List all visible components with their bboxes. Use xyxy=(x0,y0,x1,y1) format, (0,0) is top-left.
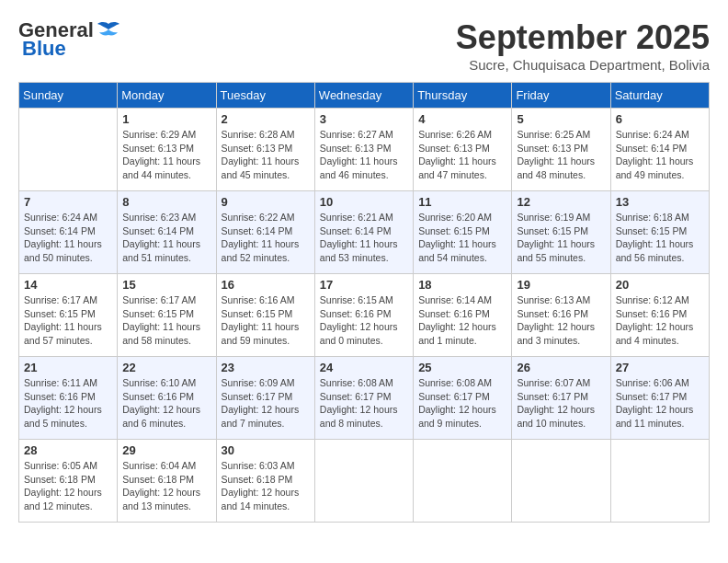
calendar-cell: 5Sunrise: 6:25 AM Sunset: 6:13 PM Daylig… xyxy=(512,109,610,191)
day-info: Sunrise: 6:10 AM Sunset: 6:16 PM Dayligh… xyxy=(122,376,210,431)
calendar-cell: 28Sunrise: 6:05 AM Sunset: 6:18 PM Dayli… xyxy=(19,440,118,523)
day-number: 7 xyxy=(24,195,112,209)
calendar-cell: 13Sunrise: 6:18 AM Sunset: 6:15 PM Dayli… xyxy=(610,191,709,274)
day-number: 8 xyxy=(122,195,210,209)
day-info: Sunrise: 6:04 AM Sunset: 6:18 PM Dayligh… xyxy=(122,459,210,513)
day-number: 28 xyxy=(24,443,112,457)
calendar-cell: 19Sunrise: 6:13 AM Sunset: 6:16 PM Dayli… xyxy=(512,274,610,357)
calendar-cell: 6Sunrise: 6:24 AM Sunset: 6:14 PM Daylig… xyxy=(610,109,709,191)
calendar-cell: 4Sunrise: 6:26 AM Sunset: 6:13 PM Daylig… xyxy=(414,109,512,191)
day-number: 9 xyxy=(222,195,310,209)
calendar-cell: 15Sunrise: 6:17 AM Sunset: 6:15 PM Dayli… xyxy=(118,274,216,357)
day-info: Sunrise: 6:23 AM Sunset: 6:14 PM Dayligh… xyxy=(122,211,210,265)
day-number: 13 xyxy=(616,195,704,209)
calendar-cell: 12Sunrise: 6:19 AM Sunset: 6:15 PM Dayli… xyxy=(512,191,610,274)
day-info: Sunrise: 6:08 AM Sunset: 6:17 PM Dayligh… xyxy=(418,376,506,431)
day-number: 22 xyxy=(122,361,210,374)
calendar-cell: 29Sunrise: 6:04 AM Sunset: 6:18 PM Dayli… xyxy=(118,440,216,523)
day-info: Sunrise: 6:13 AM Sunset: 6:16 PM Dayligh… xyxy=(517,293,605,348)
day-number: 11 xyxy=(418,195,506,209)
calendar-cell xyxy=(19,109,118,191)
day-number: 15 xyxy=(122,278,210,292)
logo-blue-text: Blue xyxy=(22,37,66,61)
title-area: September 2025 Sucre, Chuquisaca Departm… xyxy=(456,18,710,73)
day-info: Sunrise: 6:17 AM Sunset: 6:15 PM Dayligh… xyxy=(24,293,112,348)
day-info: Sunrise: 6:08 AM Sunset: 6:17 PM Dayligh… xyxy=(320,376,408,431)
calendar-cell: 20Sunrise: 6:12 AM Sunset: 6:16 PM Dayli… xyxy=(610,274,709,357)
calendar-cell: 23Sunrise: 6:09 AM Sunset: 6:17 PM Dayli… xyxy=(216,357,314,440)
month-title: September 2025 xyxy=(456,18,710,57)
day-number: 16 xyxy=(222,278,310,292)
day-number: 4 xyxy=(418,112,506,126)
weekday-header-monday: Monday xyxy=(118,83,216,109)
day-info: Sunrise: 6:21 AM Sunset: 6:14 PM Dayligh… xyxy=(320,211,408,265)
calendar-cell xyxy=(610,440,709,523)
day-number: 14 xyxy=(24,278,112,292)
calendar-cell: 10Sunrise: 6:21 AM Sunset: 6:14 PM Dayli… xyxy=(314,191,413,274)
calendar-week-row: 21Sunrise: 6:11 AM Sunset: 6:16 PM Dayli… xyxy=(19,357,710,440)
calendar-cell: 27Sunrise: 6:06 AM Sunset: 6:17 PM Dayli… xyxy=(610,357,709,440)
day-info: Sunrise: 6:17 AM Sunset: 6:15 PM Dayligh… xyxy=(122,293,210,348)
day-number: 1 xyxy=(122,112,210,126)
day-number: 20 xyxy=(616,278,704,292)
calendar-cell: 7Sunrise: 6:24 AM Sunset: 6:14 PM Daylig… xyxy=(19,191,118,274)
calendar-week-row: 1Sunrise: 6:29 AM Sunset: 6:13 PM Daylig… xyxy=(19,109,710,191)
day-number: 21 xyxy=(24,361,112,374)
calendar-header-row: SundayMondayTuesdayWednesdayThursdayFrid… xyxy=(19,83,710,109)
weekday-header-friday: Friday xyxy=(512,83,610,109)
day-info: Sunrise: 6:20 AM Sunset: 6:15 PM Dayligh… xyxy=(418,211,506,265)
day-number: 17 xyxy=(320,278,408,292)
header: General Blue September 2025 Sucre, Chuqu… xyxy=(18,18,710,73)
day-info: Sunrise: 6:14 AM Sunset: 6:16 PM Dayligh… xyxy=(418,293,506,348)
day-number: 23 xyxy=(222,361,310,374)
day-info: Sunrise: 6:03 AM Sunset: 6:18 PM Dayligh… xyxy=(222,459,310,513)
day-number: 18 xyxy=(418,278,506,292)
calendar: SundayMondayTuesdayWednesdayThursdayFrid… xyxy=(18,82,710,523)
day-number: 19 xyxy=(517,278,605,292)
calendar-cell: 16Sunrise: 6:16 AM Sunset: 6:15 PM Dayli… xyxy=(216,274,314,357)
day-info: Sunrise: 6:24 AM Sunset: 6:14 PM Dayligh… xyxy=(24,211,112,265)
day-number: 6 xyxy=(616,112,704,126)
calendar-cell xyxy=(314,440,413,523)
day-number: 29 xyxy=(122,443,210,457)
calendar-cell xyxy=(512,440,610,523)
weekday-header-saturday: Saturday xyxy=(610,83,709,109)
calendar-cell: 18Sunrise: 6:14 AM Sunset: 6:16 PM Dayli… xyxy=(414,274,512,357)
day-info: Sunrise: 6:19 AM Sunset: 6:15 PM Dayligh… xyxy=(517,211,605,265)
calendar-cell: 3Sunrise: 6:27 AM Sunset: 6:13 PM Daylig… xyxy=(314,109,413,191)
day-number: 5 xyxy=(517,112,605,126)
calendar-cell: 22Sunrise: 6:10 AM Sunset: 6:16 PM Dayli… xyxy=(118,357,216,440)
calendar-cell: 1Sunrise: 6:29 AM Sunset: 6:13 PM Daylig… xyxy=(118,109,216,191)
calendar-week-row: 14Sunrise: 6:17 AM Sunset: 6:15 PM Dayli… xyxy=(19,274,710,357)
day-number: 27 xyxy=(616,361,704,374)
day-info: Sunrise: 6:22 AM Sunset: 6:14 PM Dayligh… xyxy=(222,211,310,265)
day-info: Sunrise: 6:15 AM Sunset: 6:16 PM Dayligh… xyxy=(320,293,408,348)
calendar-cell: 17Sunrise: 6:15 AM Sunset: 6:16 PM Dayli… xyxy=(314,274,413,357)
day-info: Sunrise: 6:06 AM Sunset: 6:17 PM Dayligh… xyxy=(616,376,704,431)
day-number: 2 xyxy=(222,112,310,126)
calendar-cell xyxy=(414,440,512,523)
day-info: Sunrise: 6:11 AM Sunset: 6:16 PM Dayligh… xyxy=(24,376,112,431)
calendar-cell: 24Sunrise: 6:08 AM Sunset: 6:17 PM Dayli… xyxy=(314,357,413,440)
subtitle: Sucre, Chuquisaca Department, Bolivia xyxy=(456,57,710,73)
day-info: Sunrise: 6:29 AM Sunset: 6:13 PM Dayligh… xyxy=(122,128,210,182)
day-number: 10 xyxy=(320,195,408,209)
day-info: Sunrise: 6:24 AM Sunset: 6:14 PM Dayligh… xyxy=(616,128,704,182)
logo-bird-icon xyxy=(96,20,121,40)
day-info: Sunrise: 6:16 AM Sunset: 6:15 PM Dayligh… xyxy=(222,293,310,348)
calendar-cell: 26Sunrise: 6:07 AM Sunset: 6:17 PM Dayli… xyxy=(512,357,610,440)
day-info: Sunrise: 6:25 AM Sunset: 6:13 PM Dayligh… xyxy=(517,128,605,182)
calendar-cell: 25Sunrise: 6:08 AM Sunset: 6:17 PM Dayli… xyxy=(414,357,512,440)
calendar-cell: 2Sunrise: 6:28 AM Sunset: 6:13 PM Daylig… xyxy=(216,109,314,191)
calendar-week-row: 7Sunrise: 6:24 AM Sunset: 6:14 PM Daylig… xyxy=(19,191,710,274)
logo: General Blue xyxy=(18,18,121,61)
calendar-cell: 11Sunrise: 6:20 AM Sunset: 6:15 PM Dayli… xyxy=(414,191,512,274)
day-number: 30 xyxy=(222,443,310,457)
day-info: Sunrise: 6:12 AM Sunset: 6:16 PM Dayligh… xyxy=(616,293,704,348)
day-number: 12 xyxy=(517,195,605,209)
calendar-cell: 9Sunrise: 6:22 AM Sunset: 6:14 PM Daylig… xyxy=(216,191,314,274)
day-info: Sunrise: 6:09 AM Sunset: 6:17 PM Dayligh… xyxy=(222,376,310,431)
weekday-header-wednesday: Wednesday xyxy=(314,83,413,109)
day-info: Sunrise: 6:26 AM Sunset: 6:13 PM Dayligh… xyxy=(418,128,506,182)
calendar-cell: 14Sunrise: 6:17 AM Sunset: 6:15 PM Dayli… xyxy=(19,274,118,357)
